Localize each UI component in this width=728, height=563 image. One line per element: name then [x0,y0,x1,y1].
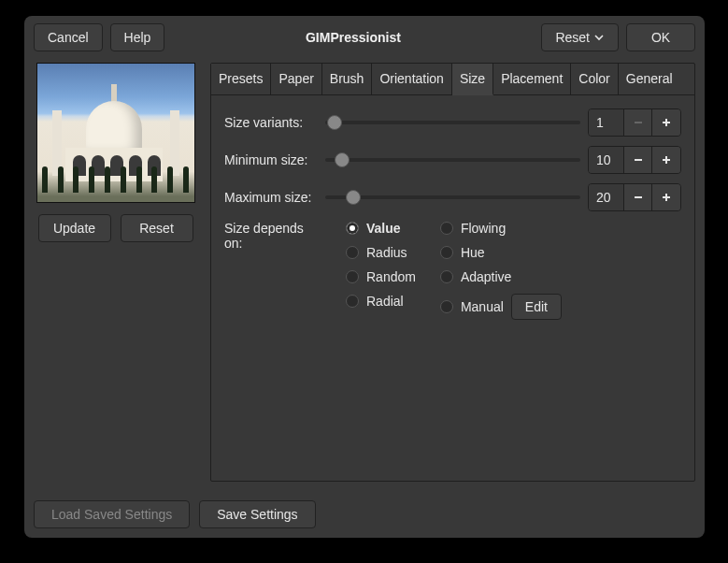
tab-placement[interactable]: Placement [493,64,571,94]
main-column: Presets Paper Brush Orientation Size Pla… [210,63,695,482]
size-variants-slider[interactable] [325,113,580,132]
size-depends-label: Size depends on: [224,221,325,251]
chevron-down-icon [593,32,605,43]
svg-rect-3 [635,159,642,161]
min-size-row: Minimum size: 10 [224,146,681,174]
radio-value[interactable]: Value [346,221,416,236]
minus-icon [633,154,644,166]
cancel-button[interactable]: Cancel [34,23,103,51]
min-size-minus[interactable] [624,147,652,173]
tab-paper[interactable]: Paper [271,64,321,94]
size-variants-minus[interactable] [624,109,652,136]
plus-icon [661,154,672,166]
minus-icon [633,192,644,203]
radio-grid: Value Radius Random Radial Flowing Hue A… [346,221,562,320]
radio-radial[interactable]: Radial [346,294,416,309]
max-size-label: Maximum size: [224,190,318,205]
radio-hue[interactable]: Hue [440,245,562,260]
svg-rect-2 [665,119,667,126]
max-size-spinbox: 20 [588,183,681,211]
max-size-plus[interactable] [652,184,680,210]
max-size-minus[interactable] [624,184,652,210]
max-size-value[interactable]: 20 [589,184,624,210]
tab-bar: Presets Paper Brush Orientation Size Pla… [211,64,694,95]
tab-orientation[interactable]: Orientation [372,64,451,94]
content: Update Reset Presets Paper Brush Orienta… [24,59,705,491]
size-variants-spinbox: 1 [588,108,681,137]
svg-rect-5 [665,156,667,164]
radio-flowing[interactable]: Flowing [440,221,562,236]
reset-dropdown-button[interactable]: Reset [541,23,619,51]
tab-general[interactable]: General [619,64,680,94]
preview-reset-button[interactable]: Reset [121,214,193,242]
minus-icon [633,117,644,128]
titlebar: Cancel Help GIMPressionist Reset OK [24,16,705,59]
tab-brush[interactable]: Brush [322,64,373,94]
size-variants-value[interactable]: 1 [589,109,624,136]
plus-icon [661,192,672,203]
svg-rect-6 [635,196,642,198]
edit-button[interactable]: Edit [511,294,562,320]
radio-random[interactable]: Random [346,269,416,284]
save-settings-button[interactable]: Save Settings [199,500,315,528]
ok-button[interactable]: OK [626,23,695,51]
min-size-spinbox: 10 [588,146,681,174]
tab-presets[interactable]: Presets [211,64,271,94]
tab-size[interactable]: Size [452,64,493,95]
tab-panel: Presets Paper Brush Orientation Size Pla… [210,63,695,482]
min-size-value[interactable]: 10 [589,147,624,173]
svg-rect-0 [635,122,642,123]
min-size-plus[interactable] [652,147,680,173]
dialog-title: GIMPressionist [172,30,534,45]
max-size-row: Maximum size: 20 [224,183,681,211]
radio-manual[interactable]: Manual [440,299,504,314]
svg-rect-8 [665,194,667,201]
size-tab-body: Size variants: 1 Minimum size: [211,95,694,333]
size-variants-label: Size variants: [224,115,318,130]
left-column: Update Reset [34,63,197,482]
dialog: Cancel Help GIMPressionist Reset OK Upda… [24,16,705,538]
size-variants-row: Size variants: 1 [224,108,681,137]
preview-image [36,63,195,203]
plus-icon [661,117,672,128]
size-depends-row: Size depends on: Value Radius Random Rad… [224,221,681,320]
help-button[interactable]: Help [110,23,165,51]
radio-radius[interactable]: Radius [346,245,416,260]
min-size-slider[interactable] [325,151,580,169]
tab-color[interactable]: Color [571,64,618,94]
size-variants-plus[interactable] [652,109,680,136]
footer: Load Saved Settings Save Settings [24,491,705,538]
min-size-label: Minimum size: [224,152,318,167]
max-size-slider[interactable] [325,188,580,207]
load-saved-settings-button[interactable]: Load Saved Settings [34,500,190,528]
radio-adaptive[interactable]: Adaptive [440,269,562,284]
update-button[interactable]: Update [38,214,111,242]
